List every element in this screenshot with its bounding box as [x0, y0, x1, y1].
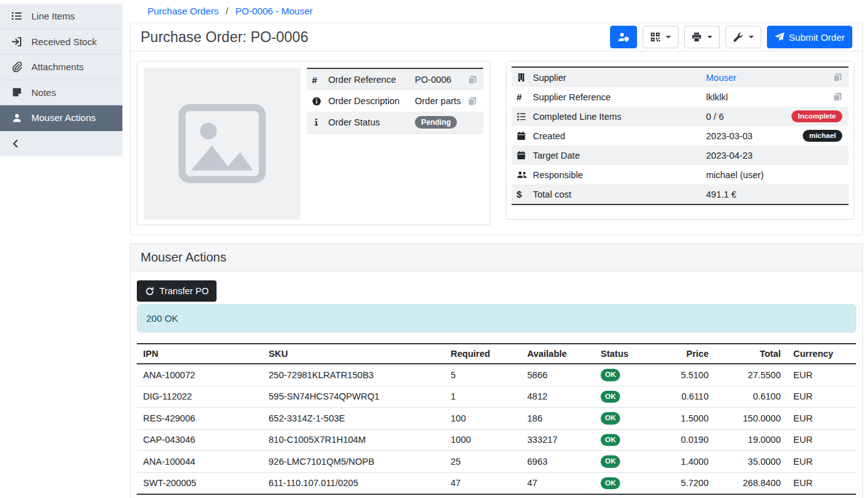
purchase-order-card: Purchase Order: PO-0006 — [130, 23, 863, 235]
table-footer-row: Total 501.0000 — [137, 494, 856, 498]
detail-row-completed-line-items: Completed Line Items 0 / 6 Incomplete — [512, 107, 849, 126]
order-actions-button[interactable] — [726, 26, 761, 48]
cell-available: 47 — [521, 472, 594, 494]
caret-down-icon — [749, 36, 754, 38]
col-sku: SKU — [262, 344, 444, 364]
detail-label: Order Reference — [328, 75, 415, 85]
copy-icon[interactable] — [468, 75, 477, 85]
incomplete-badge: Incomplete — [791, 110, 842, 123]
copy-icon[interactable] — [468, 97, 477, 106]
supplier-link[interactable]: Mouser — [706, 73, 736, 83]
wrench-icon — [733, 32, 743, 42]
sidebar-collapse-button[interactable] — [0, 131, 122, 156]
info-icon — [312, 118, 328, 127]
caret-down-icon — [707, 36, 712, 38]
cell-available: 4812 — [521, 386, 594, 408]
sidebar-item-label: Received Stock — [31, 36, 97, 47]
submit-order-button[interactable]: Submit Order — [767, 26, 852, 48]
sidebar-item-line-items[interactable]: Line Items — [0, 4, 122, 29]
cell-price: 1.5000 — [665, 408, 715, 430]
breadcrumb-link-current[interactable]: PO-0006 - Mouser — [235, 6, 313, 16]
mouser-actions-body: Transfer PO 200 OK IPN SKU Required Avai… — [131, 272, 862, 498]
user-icon — [11, 113, 23, 123]
copy-icon[interactable] — [833, 92, 842, 102]
cell-required: 25 — [444, 451, 521, 473]
sidebar-item-label: Notes — [31, 87, 56, 98]
barcode-actions-button[interactable] — [643, 26, 678, 48]
detail-value: PO-0006 — [415, 75, 451, 85]
detail-value: lklklkl — [706, 92, 728, 102]
sidebar: Line Items Received Stock Attachments No… — [0, 0, 122, 156]
print-actions-button[interactable] — [684, 26, 720, 48]
page-title: Purchase Order: PO-0006 — [141, 29, 308, 46]
order-status-badge: Pending — [415, 116, 457, 129]
cell-status: OK — [594, 451, 665, 473]
detail-value: 0 / 6 — [706, 112, 724, 122]
cell-currency: EUR — [787, 429, 856, 451]
order-info-card: # Order Reference PO-0006 Order Descript… — [137, 61, 490, 225]
cell-required: 5 — [444, 364, 521, 386]
dollar-icon: $ — [517, 189, 533, 199]
cell-total: 150.0000 — [715, 408, 787, 430]
line-items-table: IPN SKU Required Available Status Price … — [137, 343, 856, 498]
status-ok-badge: OK — [601, 391, 620, 403]
cell-sku: 611-110.107.011/0205 — [262, 472, 444, 494]
cell-ipn: SWT-200005 — [137, 472, 262, 494]
detail-label: Total cost — [533, 189, 706, 199]
cell-available: 5866 — [521, 364, 594, 386]
list-icon — [11, 11, 23, 21]
hash-icon: # — [517, 92, 533, 102]
col-total: Total — [715, 344, 787, 364]
mouser-actions-card: Mouser Actions Transfer PO 200 OK IPN SK — [130, 243, 863, 498]
chevron-left-icon — [11, 139, 21, 149]
sign-in-icon — [11, 36, 23, 47]
cell-status: OK — [594, 408, 665, 430]
detail-label: Responsible — [533, 170, 706, 180]
cell-currency: EUR — [787, 408, 856, 430]
breadcrumb-link-purchase-orders[interactable]: Purchase Orders — [147, 6, 218, 16]
cell-sku: 652-3314Z-1-503E — [262, 408, 444, 430]
detail-label: Target Date — [533, 151, 706, 161]
cell-price: 0.6110 — [665, 386, 715, 408]
note-icon — [11, 87, 23, 97]
sidebar-item-attachments[interactable]: Attachments — [0, 55, 122, 80]
detail-value: 491.1 € — [706, 189, 736, 199]
status-ok-badge: OK — [601, 369, 620, 381]
detail-label: Created — [533, 131, 706, 141]
mouser-actions-header: Mouser Actions — [131, 244, 862, 272]
issue-order-button[interactable] — [610, 26, 637, 48]
supplier-info-card: Supplier Mouser # Supplier Reference lkl… — [506, 61, 854, 220]
detail-row-order-reference: # Order Reference PO-0006 — [307, 69, 483, 90]
detail-value: Order parts — [415, 96, 461, 106]
breadcrumb: Purchase Orders / PO-0006 - Mouser — [130, 0, 863, 23]
building-icon — [517, 73, 533, 82]
copy-icon[interactable] — [833, 73, 842, 82]
user-shield-icon — [618, 32, 630, 42]
cell-total: 27.5500 — [715, 364, 787, 386]
table-row: ANA-100072 250-72981KLRATR150B3 5 5866 O… — [137, 364, 856, 386]
transfer-po-button[interactable]: Transfer PO — [137, 280, 217, 302]
cell-total: 0.6100 — [715, 386, 787, 408]
col-required: Required — [444, 344, 521, 364]
sidebar-item-mouser-actions[interactable]: Mouser Actions — [0, 105, 122, 131]
transfer-po-label: Transfer PO — [159, 286, 208, 296]
detail-label: Completed Line Items — [533, 112, 706, 122]
status-ok-badge: OK — [601, 455, 620, 468]
order-thumbnail — [144, 68, 301, 220]
caret-down-icon — [666, 36, 671, 38]
detail-row-responsible: Responsible michael (user) — [512, 165, 849, 184]
sidebar-item-notes[interactable]: Notes — [0, 80, 122, 106]
col-available: Available — [521, 344, 594, 364]
detail-label: Supplier — [533, 73, 706, 83]
detail-row-total-cost: $ Total cost 491.1 € — [512, 184, 849, 204]
cell-ipn: RES-429006 — [137, 408, 262, 430]
header-actions: Submit Order — [610, 26, 852, 48]
calendar-icon — [517, 131, 533, 140]
sidebar-item-label: Attachments — [31, 61, 83, 72]
cell-available: 333217 — [521, 429, 594, 451]
cell-sku: 926-LMC7101QM5/NOPB — [262, 451, 444, 473]
cell-price: 0.0190 — [665, 429, 715, 451]
sidebar-item-received-stock[interactable]: Received Stock — [0, 29, 122, 55]
col-status: Status — [594, 344, 665, 364]
detail-label: Order Status — [328, 117, 415, 127]
